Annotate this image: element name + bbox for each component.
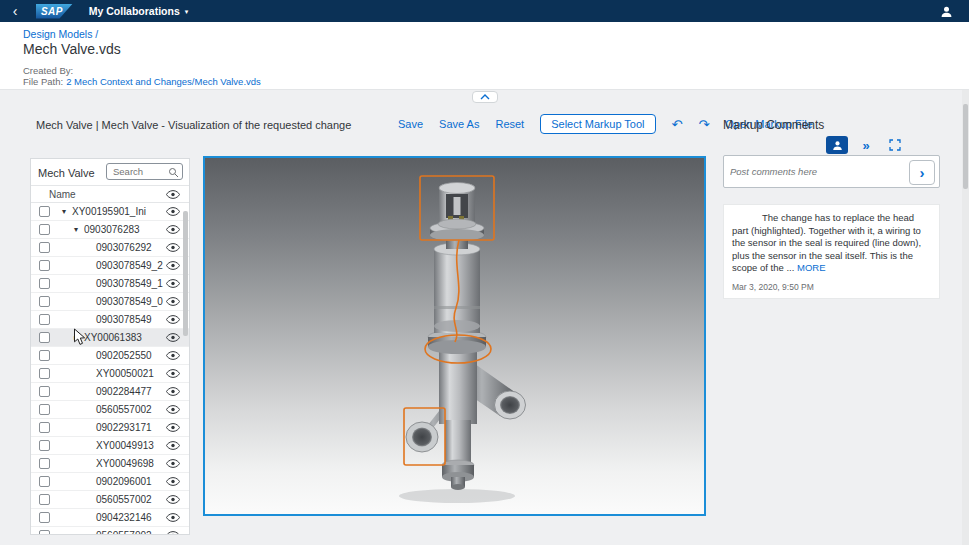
- markup-mode-button[interactable]: [826, 136, 848, 154]
- row-checkbox[interactable]: [39, 386, 50, 397]
- tree-row[interactable]: 0560557002: [31, 401, 189, 419]
- viewport-3d[interactable]: [203, 156, 706, 516]
- reset-button[interactable]: Reset: [495, 118, 524, 130]
- tree-rows: ▾ XY00195901_Ini ▾ 0903076283 0903076292: [31, 203, 189, 534]
- name-column-header: Name: [49, 189, 76, 200]
- visibility-eye-icon[interactable]: [166, 315, 180, 324]
- visibility-eye-icon[interactable]: [166, 513, 180, 522]
- row-checkbox[interactable]: [39, 206, 50, 217]
- tree-panel-title: Mech Valve: [38, 167, 95, 179]
- visibility-eye-icon[interactable]: [166, 405, 180, 414]
- undo-icon[interactable]: ↶: [672, 117, 683, 132]
- overflow-tools-button[interactable]: »: [855, 136, 877, 154]
- node-label: 0903078549_2: [96, 260, 163, 271]
- tree-row[interactable]: XY00050021: [31, 365, 189, 383]
- file-path-link[interactable]: 2 Mech Context and Changes/Mech Valve.vd…: [66, 76, 261, 87]
- breadcrumb[interactable]: Design Models /: [23, 28, 98, 40]
- visibility-eye-icon[interactable]: [166, 423, 180, 432]
- page-title: Mech Valve.vds: [23, 41, 121, 57]
- valve-3d-model: [205, 158, 704, 514]
- visibility-eye-icon[interactable]: [166, 225, 180, 234]
- row-checkbox[interactable]: [39, 476, 50, 487]
- tree-row[interactable]: 0902284477: [31, 383, 189, 401]
- visibility-eye-icon[interactable]: [166, 351, 180, 360]
- visibility-eye-icon[interactable]: [166, 459, 180, 468]
- node-label: 0902096001: [96, 476, 152, 487]
- expand-chevron-icon[interactable]: ▾: [62, 207, 72, 216]
- user-avatar-button[interactable]: [940, 5, 953, 18]
- collapse-header-button[interactable]: [472, 91, 498, 103]
- row-checkbox[interactable]: [39, 440, 50, 451]
- row-checkbox[interactable]: [39, 422, 50, 433]
- visibility-eye-icon[interactable]: [166, 387, 180, 396]
- post-comment-button[interactable]: ›: [909, 160, 935, 185]
- file-path-label: File Path:: [23, 76, 63, 87]
- row-checkbox[interactable]: [39, 224, 50, 235]
- row-checkbox[interactable]: [39, 278, 50, 289]
- tree-row[interactable]: ▾ XY00195901_Ini: [31, 203, 189, 221]
- comment-card: The change has to replace the head part …: [723, 204, 940, 299]
- visibility-eye-icon[interactable]: [166, 441, 180, 450]
- save-as-button[interactable]: Save As: [439, 118, 479, 130]
- double-chevron-right-icon: »: [862, 139, 869, 152]
- tree-row[interactable]: 0903078549: [31, 311, 189, 329]
- fullscreen-button[interactable]: [884, 136, 906, 154]
- page-scrollbar[interactable]: [962, 90, 969, 545]
- visibility-eye-icon[interactable]: [166, 477, 180, 486]
- visibility-eye-icon[interactable]: [166, 369, 180, 378]
- row-checkbox[interactable]: [39, 458, 50, 469]
- tree-row[interactable]: 0902052550: [31, 347, 189, 365]
- visibility-eye-icon[interactable]: [166, 279, 180, 288]
- row-checkbox[interactable]: [39, 260, 50, 271]
- tree-row[interactable]: 0560557002: [31, 491, 189, 509]
- row-checkbox[interactable]: [39, 512, 50, 523]
- row-checkbox[interactable]: [39, 242, 50, 253]
- visibility-eye-icon[interactable]: [166, 333, 180, 342]
- tree-row[interactable]: 0903076292: [31, 239, 189, 257]
- save-button[interactable]: Save: [398, 118, 423, 130]
- row-checkbox[interactable]: [39, 350, 50, 361]
- tree-row[interactable]: ▾ 0903076283: [31, 221, 189, 239]
- tree-row[interactable]: 0903078549_2: [31, 257, 189, 275]
- select-markup-tool-button[interactable]: Select Markup Tool: [540, 114, 655, 134]
- visibility-eye-icon[interactable]: [166, 531, 180, 534]
- tree-row[interactable]: 0903078549_0: [31, 293, 189, 311]
- expand-chevron-icon[interactable]: ▸: [74, 333, 84, 342]
- tree-row[interactable]: 0904232146: [31, 509, 189, 527]
- comment-more-link[interactable]: MORE: [797, 262, 826, 273]
- tree-row[interactable]: XY00049913: [31, 437, 189, 455]
- expand-chevron-icon[interactable]: ▾: [74, 225, 84, 234]
- back-icon[interactable]: ‹: [0, 1, 30, 21]
- search-icon[interactable]: [168, 167, 179, 178]
- visibility-eye-icon[interactable]: [166, 243, 180, 252]
- visibility-eye-icon[interactable]: [166, 207, 180, 216]
- comment-text: The change has to replace the head part …: [732, 212, 921, 273]
- row-checkbox[interactable]: [39, 314, 50, 325]
- visibility-eye-icon[interactable]: [166, 495, 180, 504]
- comment-input[interactable]: [724, 156, 899, 187]
- visibility-eye-icon[interactable]: [166, 297, 180, 306]
- tree-scrollbar[interactable]: [183, 211, 188, 336]
- row-checkbox[interactable]: [39, 296, 50, 307]
- visibility-all-eye-icon[interactable]: [166, 190, 180, 199]
- tree-row[interactable]: 0903078549_1: [31, 275, 189, 293]
- redo-icon[interactable]: ↷: [698, 117, 709, 132]
- row-checkbox[interactable]: [39, 530, 50, 534]
- tree-row[interactable]: XY00049698: [31, 455, 189, 473]
- tree-header-row: Name: [31, 185, 189, 203]
- row-checkbox[interactable]: [39, 332, 50, 343]
- comment-timestamp: Mar 3, 2020, 9:50 PM: [732, 282, 931, 292]
- tree-row[interactable]: ▸ XY00061383: [31, 329, 189, 347]
- viewer-tool-buttons: »: [826, 136, 906, 154]
- app-title-menu[interactable]: My Collaborations ▾: [89, 5, 189, 17]
- row-checkbox[interactable]: [39, 404, 50, 415]
- tree-row[interactable]: 0902293171: [31, 419, 189, 437]
- row-checkbox[interactable]: [39, 368, 50, 379]
- page-scrollbar-thumb[interactable]: [963, 104, 968, 189]
- caret-down-icon: ▾: [185, 8, 189, 15]
- row-checkbox[interactable]: [39, 494, 50, 505]
- tree-row[interactable]: 0560557002: [31, 527, 189, 534]
- visibility-eye-icon[interactable]: [166, 261, 180, 270]
- valve-head-part: [438, 183, 476, 230]
- tree-row[interactable]: 0902096001: [31, 473, 189, 491]
